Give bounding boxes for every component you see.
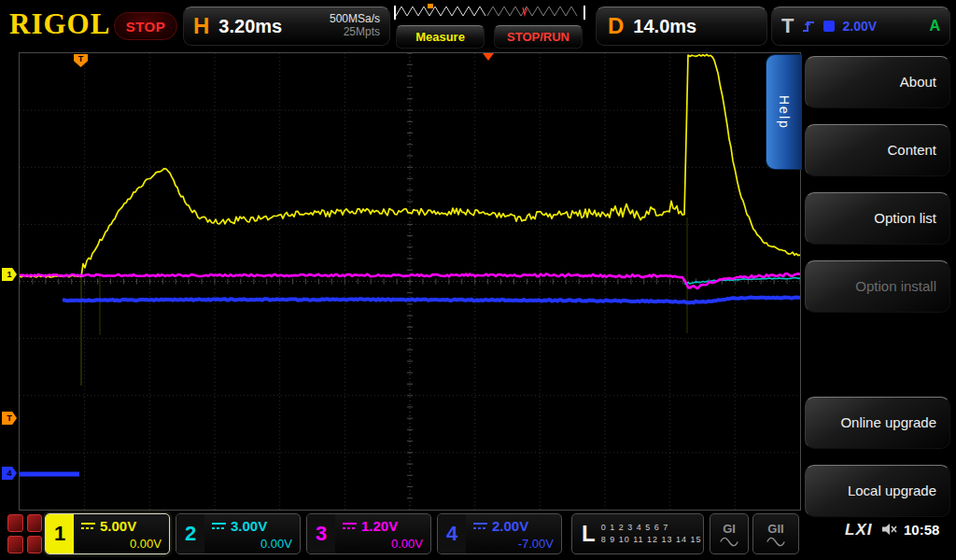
dc-coupling-icon [343, 522, 357, 530]
sample-rate: 500MSa/s [330, 13, 380, 26]
channel-2-trace [684, 278, 800, 285]
dc-coupling-icon [81, 522, 95, 530]
logic-row-1: 0 1 2 3 4 5 6 7 [601, 523, 669, 532]
channel-1-scale: 5.00V [81, 518, 136, 534]
generator-2-block[interactable]: GII [752, 513, 799, 554]
generator-1-block[interactable]: GI [710, 513, 749, 554]
channel-4-trace [63, 298, 800, 303]
grid-square-icon [7, 514, 23, 532]
menu-item-option-list[interactable]: Option list [805, 192, 950, 245]
menu-item-online-upgrade[interactable]: Online upgrade [805, 397, 950, 449]
clock: 10:58 [904, 522, 939, 538]
horizontal-position-bar[interactable] [394, 4, 586, 22]
channel-4-scale: 2.00V [473, 518, 528, 534]
channel-2-badge: 2 [176, 514, 204, 553]
acquisition-info: 500MSa/s 25Mpts [330, 13, 380, 39]
menu-item-about[interactable]: About [805, 56, 950, 108]
channel-3-offset: 0.00V [391, 537, 423, 551]
trigger-label: T [781, 14, 794, 38]
generator-1-label: GI [723, 522, 736, 536]
channel-1-block[interactable]: 15.00V0.00V [45, 513, 170, 554]
channel-4-values: 2.00V-7.00V [466, 514, 561, 553]
grid-square-icon [27, 514, 43, 532]
menu-item-option-install[interactable]: Option install [805, 260, 950, 313]
trigger-box[interactable]: T 2.00V A [771, 7, 950, 46]
logic-row-2: 8 9 10 11 12 13 14 15 [601, 535, 702, 544]
memory-depth: 25Mpts [330, 26, 380, 39]
channel-4-offset: -7.00V [518, 537, 554, 551]
channel-2-scale: 3.00V [212, 518, 267, 534]
dc-coupling-icon [473, 522, 487, 530]
channel-1-position-marker[interactable]: 1 [2, 268, 17, 281]
channel-4-badge: 4 [438, 514, 466, 553]
trigger-mode: A [929, 18, 940, 35]
sine-wave-icon [719, 537, 739, 547]
waveform-preview [394, 4, 586, 22]
delay-box[interactable]: D 14.0ms [596, 7, 767, 46]
timebase-value: 3.20ms [218, 16, 282, 37]
channel-3-values: 1.20V0.00V [335, 514, 430, 553]
trigger-source-icon [823, 21, 835, 32]
help-tab-label: Help [777, 95, 792, 130]
rigol-logo: RIGOL [9, 7, 110, 41]
delay-label: D [608, 13, 624, 39]
logic-channel-numbers: 0 1 2 3 4 5 6 7 8 9 10 11 12 13 14 15 [601, 522, 702, 547]
help-tab[interactable]: Help [766, 54, 802, 170]
channel-3-badge: 3 [307, 514, 335, 553]
bottom-bar: 15.00V0.00V23.00V0.00V31.20V0.00V42.00V-… [0, 509, 956, 560]
channel-t-position-marker[interactable]: T [2, 412, 17, 425]
scope-traces [20, 53, 800, 510]
channel-2-values: 3.00V0.00V [204, 514, 300, 553]
channel-status-blocks: 15.00V0.00V23.00V0.00V31.20V0.00V42.00V-… [45, 513, 562, 554]
trigger-level: 2.00V [842, 19, 877, 34]
channel-1-values: 5.00V0.00V [74, 514, 169, 553]
logic-analyzer-block[interactable]: L 0 1 2 3 4 5 6 7 8 9 10 11 12 13 14 15 [571, 513, 704, 554]
horizontal-timebase-box[interactable]: H 3.20ms 500MSa/s 25Mpts [183, 7, 390, 46]
channel-4-block[interactable]: 42.00V-7.00V [437, 513, 562, 554]
menu-item-content[interactable]: Content [805, 124, 950, 176]
generator-2-label: GII [767, 522, 783, 536]
channel-2-block[interactable]: 23.00V0.00V [176, 513, 301, 554]
speaker-muted-icon [880, 521, 898, 538]
waveform-display[interactable] [19, 52, 801, 511]
trigger-slope-icon [801, 20, 816, 33]
measure-button[interactable]: Measure [396, 25, 485, 49]
run-status-badge: STOP [114, 12, 177, 40]
channel-2-offset: 0.00V [260, 537, 292, 551]
channel-3-scale: 1.20V [343, 518, 398, 534]
channel-3-block[interactable]: 31.20V0.00V [306, 513, 431, 554]
grid-square-icon [7, 536, 23, 553]
horizontal-label: H [193, 13, 209, 39]
channel-1-badge: 1 [46, 514, 74, 553]
sine-wave-icon [766, 537, 786, 547]
help-menu: AboutContentOption listOption installOnl… [799, 52, 956, 560]
lxi-logo: LXI [845, 521, 872, 539]
top-bar: RIGOL STOP H 3.20ms 500MSa/s 25Mpts Meas… [0, 0, 956, 52]
stop-run-button[interactable]: STOP/RUN [494, 25, 583, 49]
channel-4-position-marker[interactable]: 4 [2, 467, 17, 480]
delay-value: 14.0ms [633, 16, 696, 37]
channel-1-offset: 0.00V [130, 537, 162, 551]
dc-coupling-icon [212, 522, 226, 530]
logic-analyzer-label: L [582, 521, 596, 547]
channel-menu-grid-icon[interactable] [7, 514, 42, 553]
grid-square-icon [27, 536, 43, 553]
